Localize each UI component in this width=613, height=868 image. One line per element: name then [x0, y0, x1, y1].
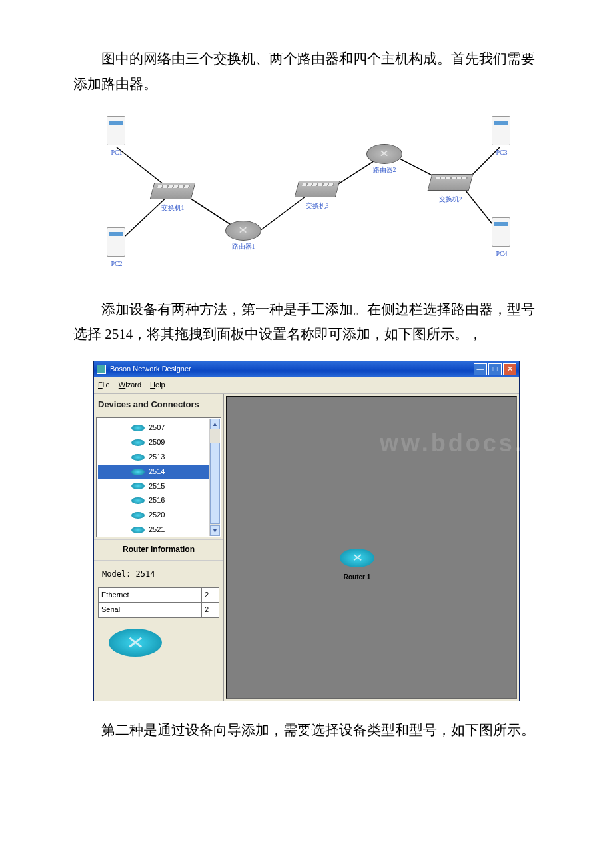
diagram-pc2: PC2 [107, 227, 127, 264]
minimize-button[interactable]: — [474, 363, 487, 375]
sidebar-header: Devices and Connectors [94, 394, 223, 415]
menu-file[interactable]: File [98, 381, 110, 389]
tree-item-2509[interactable]: 2509 [98, 435, 219, 450]
paragraph-3: 第二种是通过设备向导添加，需要选择设备类型和型号，如下图所示。 [73, 718, 540, 743]
sidebar: Devices and Connectors 25072509251325142… [94, 394, 224, 701]
watermark-text: ww.bdocs.com [380, 422, 582, 465]
info-val: 2 [202, 587, 219, 603]
diagram-router2: 路由器2 [366, 144, 402, 176]
info-key: Ethernet [99, 587, 202, 603]
app-icon [97, 365, 106, 374]
device-tree[interactable]: 2507250925132514251525162520252125222523… [96, 417, 221, 537]
app-window: Boson Network Designer — □ ✕ File Wizard… [93, 361, 520, 701]
design-canvas[interactable]: ww.bdocs.com Router 1 [226, 396, 517, 699]
menu-help[interactable]: Help [150, 381, 165, 389]
scroll-up-icon[interactable]: ▲ [210, 419, 220, 429]
router-mini-icon [131, 512, 145, 519]
diagram-switch2: 交换机2 [430, 174, 471, 205]
table-row: Ethernet 2 [99, 587, 219, 603]
close-button[interactable]: ✕ [503, 363, 516, 375]
tree-item-label: 2509 [149, 436, 165, 449]
router-icon [340, 549, 374, 567]
table-row: Serial 2 [99, 603, 219, 618]
paragraph-2: 添加设备有两种方法，第一种是手工添加。在侧边栏选择路由器，型号选择 2514，将… [73, 297, 540, 348]
diagram-switch1: 交换机1 [152, 183, 193, 214]
tree-item-label: 2515 [149, 480, 165, 493]
router-mini-icon [131, 483, 145, 489]
tree-item-2522[interactable]: 2522 [98, 537, 219, 538]
router-info-panel: Model: 2514 Ethernet 2 Serial 2 [94, 561, 223, 622]
tree-item-label: 2516 [149, 494, 165, 507]
maximize-button[interactable]: □ [488, 363, 502, 375]
tree-item-label: 2514 [149, 465, 165, 479]
network-diagram: PC1 PC2 PC3 PC4 交换机1 交换机3 交换机2 路由器1 路由器2 [93, 111, 520, 284]
info-val: 2 [202, 603, 219, 618]
router-mini-icon [131, 469, 145, 475]
diagram-router1: 路由器1 [225, 221, 261, 253]
tree-item-label: 2507 [149, 421, 165, 435]
router-info-header: Router Information [94, 539, 223, 561]
menu-bar: File Wizard Help [94, 377, 519, 394]
tree-item-label: 2513 [149, 451, 165, 464]
diagram-pc3: PC3 [492, 116, 512, 153]
tree-item-2513[interactable]: 2513 [98, 450, 219, 465]
diagram-pc4: PC4 [492, 217, 512, 254]
tree-item-label: 2521 [149, 523, 165, 537]
window-title: Boson Network Designer [110, 363, 191, 376]
info-key: Serial [99, 603, 202, 618]
router-mini-icon [131, 425, 145, 431]
router-preview-icon [109, 629, 162, 657]
router-mini-icon [131, 454, 145, 461]
router-info-table: Ethernet 2 Serial 2 [98, 587, 219, 619]
scroll-thumb[interactable] [210, 443, 220, 524]
router-mini-icon [131, 439, 145, 446]
tree-item-2507[interactable]: 2507 [98, 421, 219, 435]
canvas-router-1[interactable]: Router 1 [340, 549, 374, 583]
tree-scrollbar[interactable]: ▲ ▼ [209, 419, 220, 536]
title-bar[interactable]: Boson Network Designer — □ ✕ [94, 361, 519, 377]
tree-item-2515[interactable]: 2515 [98, 479, 219, 494]
canvas-router-label: Router 1 [340, 571, 374, 583]
scroll-down-icon[interactable]: ▼ [210, 525, 220, 536]
tree-item-2521[interactable]: 2521 [98, 523, 219, 537]
router-preview [94, 622, 223, 701]
tree-item-label: 2520 [149, 509, 165, 522]
tree-item-2514[interactable]: 2514 [98, 465, 219, 479]
router-model-label: Model: 2514 [102, 567, 219, 582]
diagram-pc1: PC1 [107, 116, 127, 153]
tree-item-2520[interactable]: 2520 [98, 508, 219, 523]
router-mini-icon [131, 527, 145, 533]
diagram-switch3: 交换机3 [297, 181, 338, 212]
router-mini-icon [131, 497, 145, 504]
tree-item-2516[interactable]: 2516 [98, 493, 219, 508]
paragraph-1: 图中的网络由三个交换机、两个路由器和四个主机构成。首先我们需要添加路由器。 [73, 47, 540, 97]
menu-wizard[interactable]: Wizard [119, 381, 141, 389]
